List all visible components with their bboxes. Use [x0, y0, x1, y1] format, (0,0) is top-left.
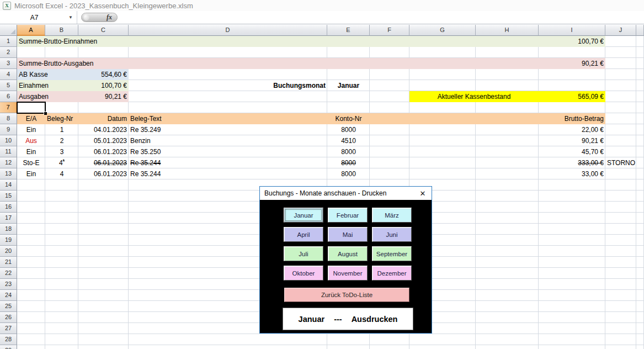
name-box[interactable]: A7 ▼: [0, 11, 77, 24]
cell-H17[interactable]: [476, 213, 539, 224]
cell-A19[interactable]: [17, 235, 45, 246]
cell-H19[interactable]: [476, 235, 539, 246]
cell-K3[interactable]: [636, 58, 644, 69]
cell-G11[interactable]: [409, 146, 476, 157]
cell-B17[interactable]: [45, 213, 78, 224]
row-header-26[interactable]: 26: [0, 312, 17, 323]
cell-E4[interactable]: [327, 69, 370, 80]
chevron-down-icon[interactable]: ▼: [68, 15, 77, 20]
cell-I28[interactable]: [539, 334, 605, 345]
cell-H15[interactable]: [476, 191, 539, 202]
row-header-12[interactable]: 12: [0, 157, 17, 168]
cell-E12[interactable]: [327, 157, 370, 168]
cell-B16[interactable]: [45, 202, 78, 213]
cell-K24[interactable]: [636, 290, 644, 301]
cell-I20[interactable]: [539, 246, 605, 257]
formula-input[interactable]: [123, 11, 644, 24]
column-header-K[interactable]: [636, 25, 644, 36]
cell-J4[interactable]: [605, 69, 636, 80]
cell-J1[interactable]: [605, 36, 636, 47]
cell-A22[interactable]: [17, 268, 45, 279]
column-header-B[interactable]: B: [45, 25, 78, 36]
cell-H14[interactable]: [476, 179, 539, 191]
cell-C24[interactable]: [78, 290, 129, 301]
cell-C12[interactable]: [78, 157, 129, 168]
cell-B23[interactable]: [45, 279, 78, 290]
cell-J18[interactable]: [605, 224, 636, 235]
cell-B24[interactable]: [45, 290, 78, 301]
month-button-mai[interactable]: Mai: [328, 227, 368, 242]
row-header-1[interactable]: 1: [0, 36, 17, 47]
cell-H26[interactable]: [476, 312, 539, 323]
cell-K1[interactable]: [636, 36, 644, 47]
cell-B20[interactable]: [45, 246, 78, 257]
row-header-11[interactable]: 11: [0, 146, 17, 157]
cell-A25[interactable]: [17, 301, 45, 312]
cell-J19[interactable]: [605, 235, 636, 246]
row-header-2[interactable]: 2: [0, 47, 17, 58]
print-month-button[interactable]: Januar --- Ausdrucken: [283, 308, 413, 330]
cell-C28[interactable]: [78, 334, 129, 345]
cell-C22[interactable]: [78, 268, 129, 279]
cell-D10[interactable]: [129, 135, 327, 146]
cell-B18[interactable]: [45, 224, 78, 235]
cell-A15[interactable]: [17, 191, 45, 202]
cell-J13[interactable]: [605, 168, 636, 179]
cell-J17[interactable]: [605, 213, 636, 224]
cell-K9[interactable]: [636, 124, 644, 135]
cell-G4[interactable]: [409, 69, 476, 80]
column-header-F[interactable]: F: [370, 25, 409, 36]
cell-D12[interactable]: [129, 157, 327, 168]
cell-B25[interactable]: [45, 301, 78, 312]
cell-J25[interactable]: [605, 301, 636, 312]
row-header-17[interactable]: 17: [0, 213, 17, 224]
cell-A10[interactable]: [17, 135, 45, 146]
cell-K17[interactable]: [636, 213, 644, 224]
cell-A20[interactable]: [17, 246, 45, 257]
cell-D5[interactable]: [129, 80, 327, 91]
formula-bar-buttons[interactable]: fx: [81, 13, 118, 22]
cell-K15[interactable]: [636, 191, 644, 202]
cell-I10[interactable]: [539, 135, 605, 146]
row-header-10[interactable]: 10: [0, 135, 17, 146]
row-header-19[interactable]: 19: [0, 235, 17, 246]
cell-B7[interactable]: [45, 102, 78, 113]
cell-J15[interactable]: [605, 191, 636, 202]
cell-E13[interactable]: [327, 168, 370, 179]
cell-D6[interactable]: [129, 91, 327, 102]
cell-G7[interactable]: [409, 102, 476, 113]
cell-J10[interactable]: [605, 135, 636, 146]
column-header-I[interactable]: I: [539, 25, 605, 36]
cell-B13[interactable]: [45, 168, 78, 179]
cell-I23[interactable]: [539, 279, 605, 290]
cell-K21[interactable]: [636, 257, 644, 268]
month-button-februar[interactable]: Februar: [328, 208, 368, 223]
row-header-27[interactable]: 27: [0, 323, 17, 334]
cell-B28[interactable]: [45, 334, 78, 345]
row-header-23[interactable]: 23: [0, 279, 17, 290]
month-button-november[interactable]: November: [328, 266, 368, 281]
row-header-7[interactable]: 7: [0, 102, 17, 113]
cell-B14[interactable]: [45, 179, 78, 191]
cell-G5[interactable]: [409, 80, 476, 91]
column-header-E[interactable]: E: [327, 25, 370, 36]
cell-F6[interactable]: [370, 91, 409, 102]
cell-D13[interactable]: [129, 168, 327, 179]
cell-H9[interactable]: [476, 124, 539, 135]
cell-H28[interactable]: [476, 334, 539, 345]
cell-B26[interactable]: [45, 312, 78, 323]
cell-J23[interactable]: [605, 279, 636, 290]
cell-H5[interactable]: [476, 80, 539, 91]
cell-F13[interactable]: [370, 168, 409, 179]
cell-B12[interactable]: [45, 157, 78, 168]
cell-B10[interactable]: [45, 135, 78, 146]
cell-J11[interactable]: [605, 146, 636, 157]
cell-F2[interactable]: [370, 47, 409, 58]
cell-K23[interactable]: [636, 279, 644, 290]
cell-F28[interactable]: [370, 334, 409, 345]
cell-D2[interactable]: [129, 47, 327, 58]
month-button-august[interactable]: August: [328, 246, 368, 261]
cell-H21[interactable]: [476, 257, 539, 268]
month-button-april[interactable]: April: [284, 227, 323, 242]
cell-K8[interactable]: [636, 113, 644, 124]
